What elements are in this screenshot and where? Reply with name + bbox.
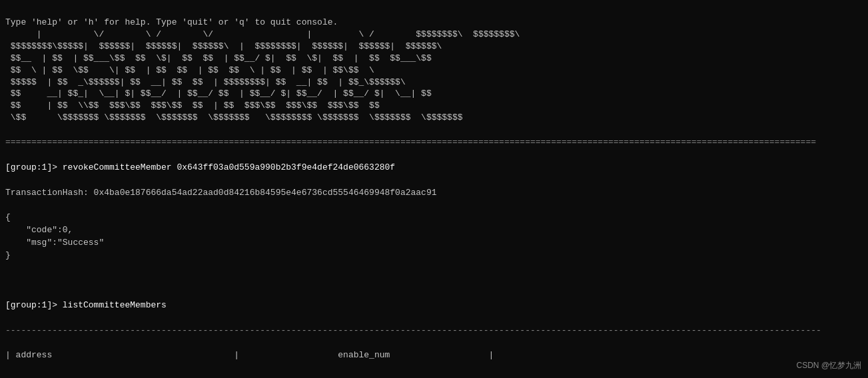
json-open: {	[5, 212, 11, 222]
json-code: "code":0,	[5, 225, 73, 235]
blank-line	[5, 274, 863, 287]
json-close: }	[5, 250, 11, 260]
watermark: CSDN @忆梦九洲	[796, 360, 861, 371]
table-separator-mid: ----------------------------------------…	[5, 375, 863, 378]
terminal-window: Type 'help' or 'h' for help. Type 'quit'…	[0, 0, 868, 378]
help-text: Type 'help' or 'h' for help. Type 'quit'…	[5, 17, 338, 27]
table-separator-top: ----------------------------------------…	[5, 325, 863, 337]
json-msg: "msg":"Success"	[5, 238, 104, 248]
json-block: { "code":0, "msg":"Success" }	[5, 212, 863, 262]
transaction-hash: TransactionHash: 0x4ba0e187666da54ad22aa…	[5, 187, 863, 200]
table-header-row: | address | enable_num |	[5, 349, 863, 362]
command2: [group:1]> listCommitteeMembers	[5, 299, 863, 312]
command1: [group:1]> revokeCommitteeMember 0x643ff…	[5, 162, 863, 174]
ascii-art-block: Type 'help' or 'h' for help. Type 'quit'…	[5, 17, 863, 124]
separator-equals: ========================================…	[5, 136, 863, 149]
